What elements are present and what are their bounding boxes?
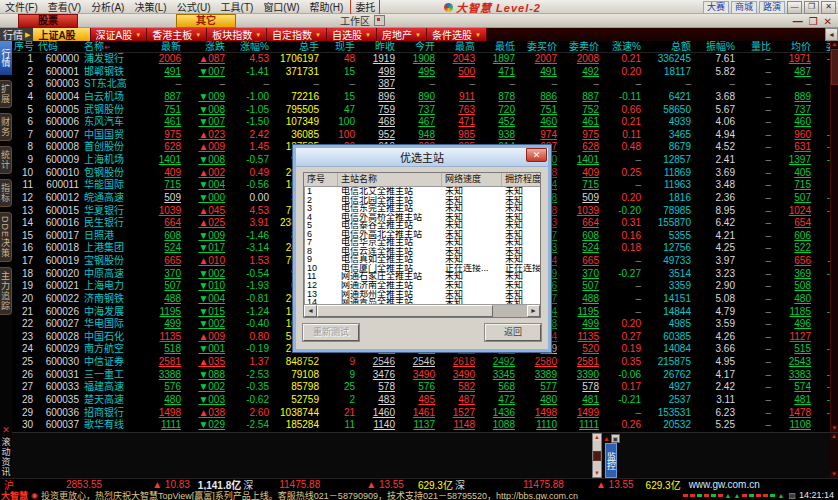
news-scrollbar[interactable]: ▲ ▼ — [830, 433, 838, 478]
sidebar-tab[interactable]: 统计 — [0, 146, 12, 174]
dialog-column-header[interactable]: 序号 — [304, 173, 338, 186]
menu-item[interactable]: 分析(A) — [86, 0, 129, 14]
sidebar-tab-quotes[interactable]: 行情 — [0, 41, 12, 75]
retest-button[interactable]: 重新测试 — [303, 324, 359, 341]
market-tab[interactable]: 自选股▼ — [327, 28, 377, 41]
table-row[interactable]: 26600031三一重工3388▼088-2.53791089347634903… — [12, 369, 838, 382]
server-row[interactable]: 3电信东莞全推主站未知未知 — [304, 204, 540, 213]
table-row[interactable]: 4600004白云机场887▼009-1.0072216158968909118… — [12, 91, 838, 104]
sz2-label[interactable]: 深 — [455, 478, 465, 490]
table-row[interactable]: 3600003ST东北高–––––387–––––––––––– — [12, 78, 838, 91]
monitor-restore-icon[interactable]: ▣ — [611, 434, 620, 443]
column-header[interactable]: 昨收 — [358, 41, 398, 52]
minimize-button[interactable]: — — [787, 1, 802, 14]
sidebar-tab[interactable]: 财务 — [0, 113, 12, 141]
table-row[interactable]: 1600000浦发银行2006▲0874.5317061974819191908… — [12, 53, 838, 66]
column-header[interactable]: 总额 — [644, 41, 694, 52]
market-tab[interactable]: 条件选股▼ — [427, 28, 487, 41]
column-header[interactable]: 最新 — [142, 41, 184, 52]
restore-button[interactable]: ❐ — [804, 1, 819, 14]
column-header[interactable]: 最高 — [438, 41, 478, 52]
website-link[interactable]: www.gw.com.cn — [689, 479, 760, 490]
column-header[interactable]: 涨速% — [602, 41, 644, 52]
tab-dropdown-icon[interactable]: ▼ — [255, 32, 261, 38]
table-row[interactable]: 29600036招商银行1498▲0382.601038744211460146… — [12, 407, 838, 420]
contest-button[interactable]: 大赛 — [703, 1, 729, 14]
server-row[interactable]: 13网通郑州全推主站未知未知 — [304, 290, 540, 299]
table-row[interactable]: 28600035楚天高速480▼003-0.625275924834854874… — [12, 394, 838, 407]
column-header[interactable]: 总手 — [272, 41, 322, 52]
server-row[interactable]: 6电信外高北全推主站未知未知 — [304, 230, 540, 239]
column-header[interactable]: 均价 — [774, 41, 814, 52]
server-row[interactable]: 10电信厦门全推主站正在连接...正在连接... — [304, 264, 540, 273]
menu-item[interactable]: 决策(L) — [129, 0, 171, 14]
table-row[interactable]: 25600030中信证券2581▲0351.378487529254625462… — [12, 356, 838, 369]
server-row[interactable]: 5电信泰谷全推主站未知未知 — [304, 221, 540, 230]
news-close-icon[interactable]: ✕ — [2, 426, 10, 435]
monitor-scrollbar[interactable]: ▲ ▼ — [592, 433, 602, 478]
hscroll-thumb[interactable] — [317, 305, 493, 317]
tab-dropdown-icon[interactable]: ▼ — [135, 32, 141, 38]
child-minimize-button[interactable]: — — [793, 16, 803, 27]
market-tab[interactable]: 上证A股▼ — [33, 28, 90, 41]
table-row[interactable]: 6600006东风汽车461▼007-1.5010734910046846747… — [12, 116, 838, 129]
column-header[interactable]: 序号 — [12, 41, 36, 52]
dialog-column-header[interactable]: 网络速度 — [442, 173, 502, 186]
column-header[interactable]: 涨跌 — [184, 41, 228, 52]
market-tab[interactable]: 自定指数▼ — [267, 28, 327, 41]
table-scrollbar[interactable]: ▲ ▼ — [830, 41, 838, 432]
tab-dropdown-icon[interactable]: ▼ — [195, 32, 201, 38]
hscroll-left-icon[interactable]: ◄ — [304, 305, 317, 317]
table-row[interactable]: 27600033福建高速576▼002-0.358579825578576582… — [12, 381, 838, 394]
other-mode-button[interactable]: 其它 — [176, 14, 236, 28]
server-row[interactable]: 2电信北园全推主站未知未知 — [304, 196, 540, 205]
child-restore-button[interactable]: ❐ — [809, 16, 818, 27]
menu-item[interactable]: 窗口(W) — [258, 0, 304, 14]
column-header[interactable]: 代码 — [36, 41, 82, 52]
table-row[interactable]: 7600007中国国贸975▲0232.42360851009529489859… — [12, 129, 838, 142]
tab-dropdown-icon[interactable]: ▼ — [365, 32, 371, 38]
monitor-tab[interactable]: 监控 — [605, 443, 617, 478]
menu-item[interactable]: 帮助(H) — [304, 0, 348, 14]
table-row[interactable]: 30600037歌华有线1111▼029-2.54185284111140113… — [12, 419, 838, 432]
server-list-hscrollbar[interactable]: ◄ ► — [304, 304, 540, 317]
table-row[interactable]: 2600001邯郸钢铁491▼007-1.4137173115498495500… — [12, 66, 838, 79]
tab-dropdown-icon[interactable]: ▼ — [475, 32, 481, 38]
dialog-titlebar[interactable]: 优选主站 ✕ — [296, 148, 548, 167]
column-header[interactable]: 现手 — [322, 41, 358, 52]
server-row[interactable]: 4电信外高桥全推主站未知未知 — [304, 213, 540, 222]
sidebar-tab[interactable]: 扩展 — [0, 80, 12, 108]
scrolling-news-label[interactable]: 滚动资讯 — [0, 437, 13, 477]
close-button[interactable]: ✕ — [821, 1, 836, 14]
server-list[interactable]: 序号主站名称网络速度拥挤程度 1电信北艾全推主站未知未知2电信北园全推主站未知未… — [303, 172, 541, 318]
column-header[interactable]: 今开 — [398, 41, 438, 52]
workspace-icon[interactable] — [374, 15, 385, 26]
column-header[interactable]: 最低 — [478, 41, 518, 52]
scroll-down-icon[interactable]: ▼ — [831, 425, 838, 432]
scroll-up-icon[interactable]: ▲ — [831, 41, 838, 48]
column-header[interactable]: 振幅% — [694, 41, 738, 52]
column-header[interactable]: 名称●▪ — [82, 41, 142, 52]
column-header[interactable]: 委卖价 — [560, 41, 602, 52]
sidebar-tab[interactable]: 指标 — [0, 179, 12, 207]
column-header[interactable]: 涨幅% — [228, 41, 272, 52]
stock-mode-button[interactable]: 股票 — [18, 14, 78, 28]
menu-item[interactable]: 工具(T) — [216, 0, 259, 14]
tab-scroll-left-icon[interactable]: ◄ — [825, 28, 838, 41]
menu-item[interactable]: 文件(F) — [0, 0, 43, 14]
market-tab[interactable]: 板块指数▼ — [207, 28, 267, 41]
column-header[interactable]: 量比 — [738, 41, 774, 52]
server-row[interactable]: 12网通济南全推主站未知未知 — [304, 281, 540, 290]
market-tab[interactable]: 香港主板▼ — [147, 28, 207, 41]
scroll-thumb[interactable] — [831, 49, 838, 85]
mall-button[interactable]: 商城 — [731, 1, 757, 14]
hscroll-right-icon[interactable]: ► — [527, 305, 540, 317]
market-tab[interactable]: 房地产▼ — [377, 28, 427, 41]
market-tab[interactable]: 深证A股▼ — [91, 28, 148, 41]
table-row[interactable]: 5600005武钢股份751▼008-1.0579550547759737763… — [12, 104, 838, 117]
tab-dropdown-icon[interactable]: ▼ — [315, 32, 321, 38]
server-row[interactable]: 7电信华京全推主站未知未知 — [304, 238, 540, 247]
column-header[interactable]: 委买价 — [518, 41, 560, 52]
server-row[interactable]: 1电信北艾全推主站未知未知 — [304, 187, 540, 196]
sidebar-tab[interactable]: DDE决策 — [0, 212, 12, 262]
